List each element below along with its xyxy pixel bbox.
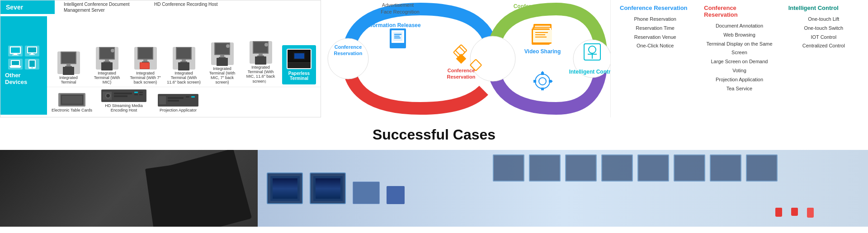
conf-reservation-title: Conference Reservation [620, 5, 690, 11]
other-devices-icons [8, 46, 39, 70]
feature-columns: Conference Reservation Phone Reservation… [620, 5, 859, 113]
svg-text:Conference: Conference [335, 44, 362, 50]
detail-item-2: Web Browsing [704, 31, 774, 40]
paperless-terminal: Paperless Terminal [282, 45, 316, 84]
svg-rect-20 [105, 60, 109, 61]
bg-monitor-7 [710, 154, 741, 182]
cases-images [0, 150, 868, 227]
conf-item-4: One-Click Notice [620, 42, 690, 51]
detail-item-5: Voting [704, 66, 774, 75]
svg-rect-22 [101, 62, 113, 70]
conference-monitor-2 [310, 172, 346, 204]
terminal-6: Integrated Terminal (With MIC, 11.6" bac… [244, 41, 278, 84]
paperless-screen [288, 50, 311, 63]
paperless-monitor [287, 49, 311, 69]
svg-rect-27 [142, 61, 149, 62]
conf-detail-list: Document Annotation Web Browsing Termina… [704, 22, 774, 93]
encoding-host-img [101, 89, 146, 102]
conf-item-1: Phone Reservation [620, 15, 690, 24]
svg-rect-2 [14, 54, 17, 55]
projection-img [158, 94, 198, 107]
svg-rect-25 [138, 48, 152, 59]
terminal-2: Integrated Terminal (With MIC) [90, 47, 124, 84]
svg-rect-38 [219, 57, 226, 58]
case-image-device [0, 150, 258, 227]
svg-rect-66 [186, 96, 189, 98]
svg-point-68 [470, 36, 515, 81]
svg-rect-7 [29, 54, 35, 55]
other-devices-label: Other Devices [5, 72, 42, 85]
svg-rect-75 [394, 34, 401, 35]
svg-point-105 [535, 74, 550, 89]
svg-point-40 [226, 44, 230, 48]
tablet-icon [25, 59, 39, 70]
svg-rect-44 [257, 56, 264, 56]
svg-rect-82 [456, 54, 467, 64]
svg-rect-109 [533, 80, 536, 83]
svg-rect-94 [535, 34, 545, 35]
detail-item-4: Large Screen on Demand [704, 57, 774, 66]
laptop-icon [8, 59, 23, 70]
svg-rect-76 [394, 36, 400, 37]
svg-rect-64 [168, 97, 184, 99]
svg-point-12 [32, 67, 33, 68]
svg-point-106 [539, 78, 546, 85]
svg-text:Conference Recording: Conference Recording [514, 3, 572, 9]
case-image-room [258, 150, 868, 227]
conf-detail-col: ConferenceReservation Document Annotatio… [704, 5, 774, 113]
terminal-1-label: Integrated Terminal [52, 75, 85, 84]
intelligent-col: Intelligent Control One-touch Lift One-t… [788, 5, 859, 113]
svg-point-55 [106, 94, 110, 98]
svg-rect-21 [104, 61, 110, 62]
terminal-5: Integrated Terminal (With MIC, 7" back s… [205, 42, 239, 84]
terminal-6-img [250, 41, 272, 64]
intelligent-list: One-touch Lift One-touch Switch IOT Cont… [788, 15, 859, 51]
conf-item-2: Reservation Time [620, 24, 690, 33]
monitor-screen-2 [313, 176, 343, 201]
terminal-3-label: Integrated Terminal (With 7" back screen… [128, 71, 162, 84]
terminal-4: Integrated Terminal (With 11.6" back scr… [167, 47, 201, 84]
svg-rect-57 [114, 95, 127, 97]
svg-rect-15 [66, 64, 71, 66]
cases-title: Successful Cases [0, 126, 868, 143]
svg-rect-95 [535, 37, 547, 37]
svg-text:Intelligent Control: Intelligent Control [569, 69, 610, 75]
projection-label: Projection Applicator [160, 108, 197, 112]
server-label: Sever [0, 0, 55, 14]
desk-items [775, 208, 814, 218]
bg-monitor-5 [637, 154, 669, 182]
detail-item-1: Document Annotation [704, 22, 774, 31]
terminal-1: Integrated Terminal [52, 51, 85, 84]
paperless-label: Paperless Terminal [285, 71, 313, 81]
terminal-4-img [173, 47, 195, 70]
second-row: Electronic Table Cards [47, 87, 321, 115]
svg-rect-61 [139, 94, 143, 95]
svg-rect-43 [259, 54, 263, 56]
svg-rect-65 [168, 100, 179, 102]
intel-item-4: Centralized Control [788, 42, 859, 51]
svg-rect-33 [180, 61, 187, 62]
svg-text:and Broadcasting: and Broadcasting [519, 9, 565, 16]
svg-rect-48 [294, 53, 304, 59]
table-card-label: Electronic Table Cards [52, 108, 92, 112]
svg-rect-14 [61, 52, 75, 63]
detail-item-7: Tea Service [704, 84, 774, 93]
terminal-5-img [211, 42, 234, 65]
svg-text:Video Sharing: Video Sharing [524, 48, 561, 55]
table-card-img [58, 93, 85, 107]
intel-item-2: One-touch Switch [788, 24, 859, 33]
svg-text:Reservation: Reservation [334, 51, 363, 56]
bg-monitors [493, 154, 778, 182]
svg-text:Reservation: Reservation [447, 74, 476, 79]
bg-monitor-1 [493, 154, 524, 182]
svg-text:Face Recognition: Face Recognition [381, 9, 420, 14]
bg-monitor-4 [601, 154, 633, 182]
conf-reservation-col: Conference Reservation Phone Reservation… [620, 5, 690, 113]
svg-text:Advertisement: Advertisement [382, 2, 414, 8]
server-item-2: HD Conference Recording Host [154, 1, 218, 13]
server-item-1: Intelligent Conference Document Manageme… [64, 1, 136, 13]
svg-rect-5 [28, 47, 36, 52]
desk-item-2 [791, 208, 798, 216]
svg-rect-29 [140, 63, 149, 69]
terminal-4-label: Integrated Terminal (With 11.6" back scr… [167, 71, 201, 84]
